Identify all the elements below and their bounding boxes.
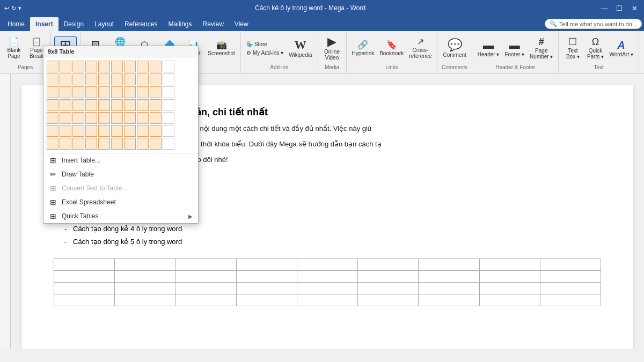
page-number-button[interactable]: # PageNumber ▾ xyxy=(528,36,555,61)
wordart-button[interactable]: A WordArt ▾ xyxy=(607,39,635,58)
grid-cell[interactable] xyxy=(47,138,58,150)
grid-cell[interactable] xyxy=(47,86,58,98)
tab-design[interactable]: Design xyxy=(58,17,89,31)
grid-cell[interactable] xyxy=(72,99,84,111)
my-addins-button[interactable]: ⚙ My Add-ins ▾ xyxy=(244,49,286,57)
grid-cell[interactable] xyxy=(98,138,110,150)
grid-cell[interactable] xyxy=(60,61,71,72)
undo-button[interactable]: ↩ xyxy=(4,5,9,12)
maximize-button[interactable]: ☐ xyxy=(614,4,625,12)
grid-cell[interactable] xyxy=(60,125,71,137)
bookmark-button[interactable]: 🔖 Bookmark xyxy=(377,40,406,57)
grid-cell[interactable] xyxy=(137,112,149,124)
grid-cell[interactable] xyxy=(72,61,84,72)
grid-cell[interactable] xyxy=(47,125,58,137)
tab-review[interactable]: Review xyxy=(197,17,229,31)
grid-cell[interactable] xyxy=(72,86,84,98)
grid-cell[interactable] xyxy=(47,61,58,72)
hyperlink-button[interactable]: 🔗 Hyperlink xyxy=(350,40,377,57)
grid-cell[interactable] xyxy=(85,73,97,85)
store-button[interactable]: 🏪 Store xyxy=(244,40,286,48)
grid-cell[interactable] xyxy=(111,86,123,98)
grid-cell[interactable] xyxy=(150,125,162,137)
grid-cell[interactable] xyxy=(85,138,97,150)
grid-cell[interactable] xyxy=(137,138,149,150)
grid-cell[interactable] xyxy=(163,99,174,111)
grid-cell[interactable] xyxy=(163,73,174,85)
grid-cell[interactable] xyxy=(98,112,110,124)
grid-cell[interactable] xyxy=(111,73,123,85)
grid-cell[interactable] xyxy=(124,125,136,137)
tell-me-input[interactable]: 🔍 Tell me what you want to do... xyxy=(545,19,642,29)
grid-cell[interactable] xyxy=(124,61,136,72)
blank-page-button[interactable]: 📄 BlankPage xyxy=(3,36,25,60)
grid-cell[interactable] xyxy=(150,99,162,111)
grid-cell[interactable] xyxy=(124,138,136,150)
online-video-button[interactable]: ▶ OnlineVideo xyxy=(321,35,343,62)
grid-cell[interactable] xyxy=(72,73,84,85)
grid-cell[interactable] xyxy=(60,138,71,150)
grid-cell[interactable] xyxy=(137,125,149,137)
header-button[interactable]: ▬ Header ▾ xyxy=(475,39,502,58)
grid-cell[interactable] xyxy=(150,138,162,150)
grid-cell[interactable] xyxy=(150,112,162,124)
grid-cell[interactable] xyxy=(163,61,174,72)
grid-cell[interactable] xyxy=(150,61,162,72)
table-grid[interactable] xyxy=(43,57,198,153)
tab-home[interactable]: Home xyxy=(2,17,30,31)
grid-cell[interactable] xyxy=(124,99,136,111)
wikipedia-button[interactable]: W Wikipedia xyxy=(287,38,314,59)
grid-cell[interactable] xyxy=(85,99,97,111)
quick-parts-button[interactable]: Ω QuickParts ▾ xyxy=(584,36,606,61)
comment-button[interactable]: 💬 Comment xyxy=(441,38,468,59)
cross-reference-button[interactable]: ↗ Cross-reference xyxy=(407,36,434,60)
grid-cell[interactable] xyxy=(137,99,149,111)
grid-cell[interactable] xyxy=(85,61,97,72)
grid-cell[interactable] xyxy=(85,112,97,124)
redo-button[interactable]: ↻ xyxy=(11,5,16,12)
insert-table-item[interactable]: ⊞ Insert Table... xyxy=(43,153,198,167)
grid-cell[interactable] xyxy=(150,86,162,98)
grid-cell[interactable] xyxy=(150,73,162,85)
grid-cell[interactable] xyxy=(60,73,71,85)
grid-cell[interactable] xyxy=(137,73,149,85)
grid-cell[interactable] xyxy=(98,86,110,98)
grid-cell[interactable] xyxy=(47,112,58,124)
grid-cell[interactable] xyxy=(111,138,123,150)
grid-cell[interactable] xyxy=(60,86,71,98)
grid-cell[interactable] xyxy=(111,61,123,72)
tab-references[interactable]: References xyxy=(119,17,163,31)
excel-spreadsheet-item[interactable]: ⊞ Excel Spreadsheet xyxy=(43,195,198,209)
grid-cell[interactable] xyxy=(111,112,123,124)
grid-cell[interactable] xyxy=(85,125,97,137)
grid-cell[interactable] xyxy=(111,125,123,137)
grid-cell[interactable] xyxy=(163,125,174,137)
grid-cell[interactable] xyxy=(124,86,136,98)
grid-cell[interactable] xyxy=(47,73,58,85)
tab-view[interactable]: View xyxy=(229,17,254,31)
tab-layout[interactable]: Layout xyxy=(89,17,119,31)
grid-cell[interactable] xyxy=(72,138,84,150)
grid-cell[interactable] xyxy=(137,86,149,98)
grid-cell[interactable] xyxy=(98,125,110,137)
grid-cell[interactable] xyxy=(60,99,71,111)
grid-cell[interactable] xyxy=(124,112,136,124)
minimize-button[interactable]: — xyxy=(599,4,610,12)
grid-cell[interactable] xyxy=(47,99,58,111)
customize-quick-access[interactable]: ▾ xyxy=(18,5,21,12)
grid-cell[interactable] xyxy=(124,73,136,85)
close-button[interactable]: ✕ xyxy=(629,4,640,12)
grid-cell[interactable] xyxy=(163,86,174,98)
grid-cell[interactable] xyxy=(137,61,149,72)
draw-table-item[interactable]: ✏ Draw Table xyxy=(43,167,198,181)
grid-cell[interactable] xyxy=(98,99,110,111)
footer-button[interactable]: ▬ Footer ▾ xyxy=(502,39,526,58)
screenshot-button[interactable]: 📸 Screenshot xyxy=(206,40,237,57)
grid-cell[interactable] xyxy=(98,61,110,72)
tab-insert[interactable]: Insert xyxy=(30,17,58,31)
quick-tables-item[interactable]: ⊞ Quick Tables ▶ xyxy=(43,209,198,223)
grid-cell[interactable] xyxy=(72,125,84,137)
grid-cell[interactable] xyxy=(163,112,174,124)
grid-cell[interactable] xyxy=(72,112,84,124)
grid-cell[interactable] xyxy=(111,99,123,111)
